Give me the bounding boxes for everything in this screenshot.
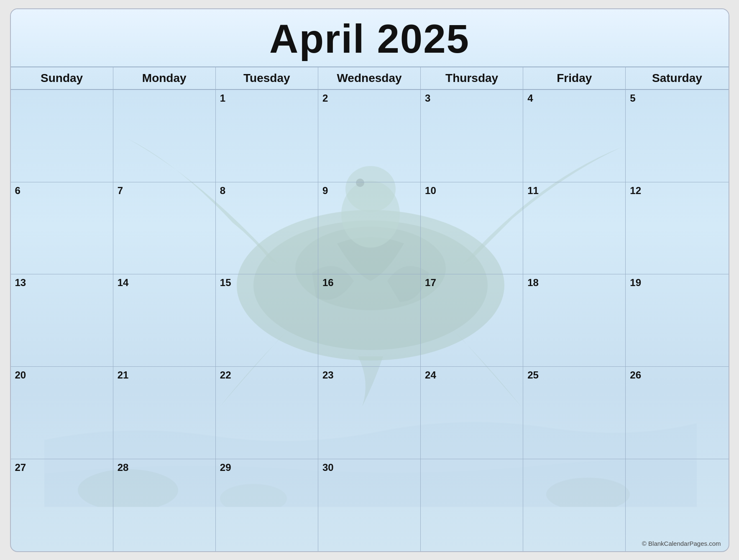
day-number: 8 <box>220 185 225 196</box>
day-number: 6 <box>15 185 20 196</box>
day-cell-30: 30 <box>318 459 421 551</box>
day-cell-2: 2 <box>318 90 421 182</box>
day-number: 29 <box>220 462 231 473</box>
day-cell-8: 8 <box>216 182 318 274</box>
day-number: 9 <box>322 185 328 196</box>
day-header-friday: Friday <box>523 67 626 89</box>
day-header-thursday: Thursday <box>421 67 523 89</box>
week-row-1: 12345 <box>11 90 729 182</box>
day-cell-14: 14 <box>113 274 216 366</box>
day-cell-24: 24 <box>421 367 523 459</box>
week-row-4: 20212223242526 <box>11 367 729 459</box>
day-cell-22: 22 <box>216 367 318 459</box>
day-cell-empty <box>523 459 626 551</box>
calendar-container: April 2025 SundayMondayTuesdayWednesdayT… <box>10 8 729 552</box>
day-cell-29: 29 <box>216 459 318 551</box>
day-cell-10: 10 <box>421 182 523 274</box>
day-cell-12: 12 <box>626 182 728 274</box>
day-number: 15 <box>220 277 231 288</box>
day-number: 24 <box>425 369 436 381</box>
day-headers-row: SundayMondayTuesdayWednesdayThursdayFrid… <box>11 67 729 90</box>
day-cell-19: 19 <box>626 274 728 366</box>
day-number: 14 <box>118 277 129 288</box>
day-number: 11 <box>527 185 539 196</box>
week-row-2: 6789101112 <box>11 182 729 275</box>
day-number: 28 <box>118 462 129 473</box>
day-cell-5: 5 <box>626 90 728 182</box>
calendar-grid: SundayMondayTuesdayWednesdayThursdayFrid… <box>11 67 729 551</box>
day-cell-26: 26 <box>626 367 728 459</box>
day-cell-20: 20 <box>11 367 113 459</box>
day-number: 20 <box>15 369 26 381</box>
day-cell-16: 16 <box>318 274 421 366</box>
day-cell-21: 21 <box>113 367 216 459</box>
day-number: 1 <box>220 92 225 104</box>
day-cell-13: 13 <box>11 274 113 366</box>
day-number: 23 <box>322 369 334 381</box>
day-number: 30 <box>322 462 334 473</box>
day-cell-empty <box>626 459 728 551</box>
day-cell-empty <box>11 90 113 182</box>
day-header-monday: Monday <box>113 67 216 89</box>
day-number: 7 <box>118 185 123 196</box>
day-number: 16 <box>322 277 334 288</box>
calendar-title: April 2025 <box>11 17 729 61</box>
day-cell-empty <box>421 459 523 551</box>
day-cell-3: 3 <box>421 90 523 182</box>
calendar-header: April 2025 <box>11 9 729 68</box>
day-number: 3 <box>425 92 430 104</box>
week-row-3: 13141516171819 <box>11 274 729 367</box>
weeks-container: 1234567891011121314151617181920212223242… <box>11 90 729 551</box>
day-cell-4: 4 <box>523 90 626 182</box>
day-cell-15: 15 <box>216 274 318 366</box>
day-number: 5 <box>630 92 635 104</box>
day-number: 21 <box>118 369 129 381</box>
day-header-wednesday: Wednesday <box>318 67 421 89</box>
day-cell-9: 9 <box>318 182 421 274</box>
week-row-5: 27282930 <box>11 459 729 551</box>
day-number: 4 <box>527 92 533 104</box>
day-number: 2 <box>322 92 328 104</box>
day-cell-25: 25 <box>523 367 626 459</box>
day-cell-1: 1 <box>216 90 318 182</box>
day-number: 10 <box>425 185 436 196</box>
day-header-saturday: Saturday <box>626 67 728 89</box>
day-cell-27: 27 <box>11 459 113 551</box>
day-number: 25 <box>527 369 539 381</box>
day-cell-28: 28 <box>113 459 216 551</box>
day-number: 13 <box>15 277 26 288</box>
day-cell-17: 17 <box>421 274 523 366</box>
day-number: 18 <box>527 277 539 288</box>
day-cell-6: 6 <box>11 182 113 274</box>
day-number: 19 <box>630 277 641 288</box>
copyright: © BlankCalendarPages.com <box>642 540 721 547</box>
day-cell-11: 11 <box>523 182 626 274</box>
day-number: 27 <box>15 462 26 473</box>
day-header-tuesday: Tuesday <box>216 67 318 89</box>
day-number: 26 <box>630 369 641 381</box>
day-cell-23: 23 <box>318 367 421 459</box>
day-header-sunday: Sunday <box>11 67 113 89</box>
day-number: 22 <box>220 369 231 381</box>
day-cell-7: 7 <box>113 182 216 274</box>
day-number: 17 <box>425 277 436 288</box>
day-number: 12 <box>630 185 641 196</box>
day-cell-empty <box>113 90 216 182</box>
day-cell-18: 18 <box>523 274 626 366</box>
